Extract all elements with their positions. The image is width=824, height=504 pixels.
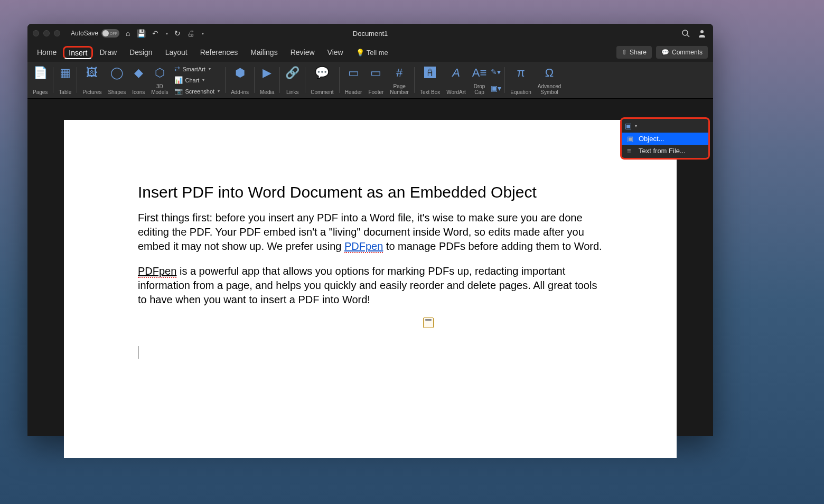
doc-paragraph-2: PDFpen is a powerful app that allows you… — [138, 264, 603, 307]
camera-icon: 📷 — [174, 87, 183, 95]
text-file-icon: ≡ — [627, 147, 634, 155]
save-icon[interactable]: 💾 — [137, 29, 146, 38]
minimize-button[interactable] — [43, 30, 50, 36]
dropcap-icon: A≡ — [472, 65, 487, 81]
tellme-search[interactable]: 💡 Tell me — [356, 49, 388, 57]
links-button[interactable]: 🔗 Links — [283, 64, 302, 96]
header-button[interactable]: ▭ Header — [343, 64, 364, 96]
zoom-button[interactable] — [54, 30, 60, 36]
wordart-button[interactable]: A WordArt — [444, 64, 468, 96]
search-icon[interactable] — [681, 29, 690, 38]
signature-icon[interactable]: ✎▾ — [491, 68, 501, 76]
models-button[interactable]: ⬡ 3D Models — [149, 64, 170, 96]
pages-button[interactable]: 📄 Pages — [31, 64, 50, 96]
app-window: AutoSave OFF ⌂ 💾 ↶ ▾ ↻ 🖨 ▾ Document1 Hom… — [27, 24, 713, 436]
screenshot-button[interactable]: 📷Screenshot▾ — [172, 86, 222, 96]
undo-icon[interactable]: ↶ — [152, 29, 158, 38]
doc-heading: Insert PDF into Word Document as an Embe… — [138, 183, 603, 201]
quick-access-toolbar: ⌂ 💾 ↶ ▾ ↻ 🖨 ▾ — [126, 29, 203, 38]
redo-icon[interactable]: ↻ — [174, 29, 181, 38]
pi-icon: π — [517, 65, 525, 81]
addin-icon: ⬢ — [235, 65, 245, 81]
link-icon: 🔗 — [285, 65, 299, 81]
wordart-icon: A — [452, 65, 460, 81]
shapes-icon: ◯ — [110, 65, 124, 81]
table-icon: ▦ — [60, 65, 71, 81]
window-controls — [33, 30, 60, 36]
icons-icon: ◆ — [134, 65, 143, 81]
tab-home[interactable]: Home — [31, 45, 63, 60]
tab-design[interactable]: Design — [123, 45, 159, 60]
home-icon[interactable]: ⌂ — [126, 29, 130, 38]
pictures-button[interactable]: 🖼 Pictures — [80, 64, 104, 96]
omega-icon: Ω — [545, 65, 554, 81]
print-icon[interactable]: 🖨 — [187, 29, 194, 38]
object-dropdown-trigger[interactable]: ▣ ▾ — [622, 119, 708, 133]
chart-icon: 📊 — [174, 76, 183, 84]
titlebar: AutoSave OFF ⌂ 💾 ↶ ▾ ↻ 🖨 ▾ Document1 — [27, 24, 713, 43]
chevron-down-icon: ▾ — [635, 124, 637, 128]
comment-icon: 💬 — [661, 49, 669, 56]
svg-line-1 — [687, 35, 689, 37]
tab-view[interactable]: View — [321, 45, 350, 60]
pagenumber-button[interactable]: # Page Number — [388, 64, 411, 96]
icons-button[interactable]: ◆ Icons — [130, 64, 147, 96]
svg-point-0 — [682, 30, 688, 35]
page-icon: 📄 — [33, 65, 48, 81]
qat-dropdown[interactable]: ▾ — [202, 31, 204, 36]
autosave-label: AutoSave — [71, 30, 98, 37]
media-icon: ▶ — [263, 65, 271, 81]
addins-button[interactable]: ⬢ Add-ins — [229, 64, 251, 96]
header-icon: ▭ — [348, 65, 359, 81]
ribbon-tabs: Home Insert Draw Design Layout Reference… — [27, 43, 713, 62]
textbox-button[interactable]: 🅰 Text Box — [418, 64, 442, 96]
paste-options-icon[interactable] — [423, 318, 434, 328]
picture-icon: 🖼 — [86, 65, 98, 81]
tab-mailings[interactable]: Mailings — [244, 45, 284, 60]
bulb-icon: 💡 — [356, 49, 364, 57]
undo-dropdown[interactable]: ▾ — [166, 31, 168, 36]
tab-review[interactable]: Review — [284, 45, 321, 60]
object-small-icon: ▣ — [625, 122, 632, 130]
tab-draw[interactable]: Draw — [93, 45, 123, 60]
menu-item-text-from-file[interactable]: ≡ Text from File... — [622, 145, 708, 157]
chart-button[interactable]: 📊Chart▾ — [172, 75, 222, 85]
comment-button[interactable]: 💬 Comment — [308, 64, 335, 96]
footer-button[interactable]: ▭ Footer — [366, 64, 386, 96]
comments-button[interactable]: 💬 Comments — [656, 46, 708, 59]
footer-icon: ▭ — [370, 65, 381, 81]
new-comment-icon: 💬 — [315, 65, 329, 81]
tab-references[interactable]: References — [194, 45, 245, 60]
autosave-toggle[interactable]: OFF — [101, 29, 119, 38]
cube-icon: ⬡ — [155, 65, 165, 81]
shapes-button[interactable]: ◯ Shapes — [106, 64, 128, 96]
share-icon: ⇧ — [622, 49, 627, 56]
object-dropdown-menu: ▣ ▾ ▣ Object... ≡ Text from File... — [620, 117, 710, 160]
user-icon[interactable] — [697, 29, 707, 38]
tab-layout[interactable]: Layout — [159, 45, 194, 60]
object-icon[interactable]: ▣▾ — [491, 84, 501, 92]
table-button[interactable]: ▦ Table — [57, 64, 73, 96]
media-button[interactable]: ▶ Media — [258, 64, 276, 96]
equation-button[interactable]: π Equation — [508, 64, 533, 96]
document-area: Insert PDF into Word Document as an Embe… — [27, 99, 713, 436]
ribbon-insert: 📄 Pages ▦ Table 🖼 Pictures ◯ Shapes ◆ Ic… — [27, 62, 713, 99]
page[interactable]: Insert PDF into Word Document as an Embe… — [64, 120, 677, 458]
share-button[interactable]: ⇧ Share — [616, 46, 652, 59]
smartart-button[interactable]: ⇄SmartArt▾ — [172, 64, 222, 74]
close-button[interactable] — [33, 30, 39, 36]
dropcap-button[interactable]: A≡ Drop Cap — [470, 64, 489, 96]
menu-item-object[interactable]: ▣ Object... — [622, 133, 708, 145]
svg-point-2 — [700, 30, 704, 33]
smartart-icon: ⇄ — [174, 65, 180, 73]
text-cursor — [138, 346, 138, 359]
tab-insert[interactable]: Insert — [63, 46, 93, 59]
pdfpen-link[interactable]: PDFpen — [344, 240, 383, 253]
symbol-button[interactable]: Ω Advanced Symbol — [536, 64, 563, 96]
object-item-icon: ▣ — [627, 135, 634, 143]
doc-paragraph-1: First things first: before you insert an… — [138, 211, 603, 254]
textbox-icon: 🅰 — [424, 65, 436, 81]
page-number-icon: # — [396, 65, 402, 81]
document-title: Document1 — [353, 30, 388, 38]
